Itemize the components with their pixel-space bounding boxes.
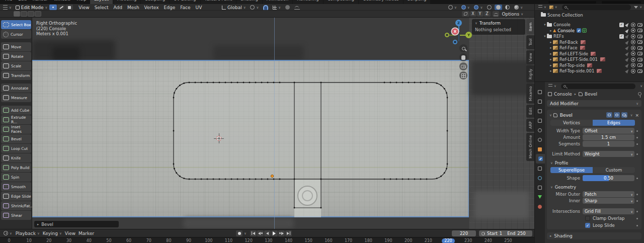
tool-inset-faces[interactable]: Inset Faces [1,125,31,134]
tool-bevel[interactable]: Bevel [1,134,31,143]
animate-dot[interactable] [636,225,638,226]
ruler-tick-150[interactable]: 150 [302,238,315,243]
outliner-row-refs[interactable]: ▾REFs✓ [535,34,644,40]
previous-keyframe-button[interactable] [257,230,264,236]
view-layer-tab-icon[interactable] [535,116,545,125]
operator-panel[interactable]: ▸ Bevel [34,221,119,227]
outliner-row-ref-face[interactable]: ▸Ref-Face [535,45,644,51]
frame-range-fields[interactable]: Start 1 End 250 [479,230,532,236]
gizmo-y-ball[interactable]: Y [465,32,472,38]
vertex-select-mode-button[interactable] [49,5,57,10]
mirror-x-button[interactable]: X [470,11,476,17]
selectable-icon[interactable] [625,57,630,62]
menu-face[interactable]: Face [178,5,193,10]
topbar-menu-file[interactable]: File [2,0,15,4]
select-mode-set-button[interactable] [14,11,20,17]
gizmo-y-neg-ball[interactable] [445,33,449,37]
selectable-icon[interactable] [625,34,630,39]
selectable-icon[interactable] [625,45,630,50]
tool-move[interactable]: Move [1,42,31,51]
render-tab-icon[interactable] [535,97,545,106]
falloff-button[interactable] [493,11,499,17]
pin-icon[interactable] [638,92,641,96]
scene-lights-dropdown[interactable]: ∨ [447,5,458,10]
3d-viewport[interactable]: Right Orthographic (220) Console Meters … [32,18,534,229]
ruler-tick-50[interactable]: 50 [102,238,115,243]
selectable-icon[interactable] [625,68,630,73]
inner-dropdown[interactable]: Sharp∨ [583,198,634,204]
overlays-dropdown[interactable]: ∨ [472,5,484,10]
ruler-tick-220[interactable]: 220 [442,238,455,243]
animate-dot[interactable] [636,178,638,179]
animate-dot[interactable] [636,211,638,212]
pivot-point-dropdown[interactable]: ∨ [249,5,260,10]
snap-settings-dropdown[interactable]: ∨ [271,5,282,10]
object-tab-icon[interactable] [535,144,545,154]
ruler-tick-90[interactable]: 90 [182,238,195,243]
workspace-tab-compositing[interactable]: Compositing [324,0,358,4]
next-keyframe-button[interactable] [278,230,285,236]
outliner-display-mode[interactable]: ∨ [537,5,548,10]
keying-dropdown[interactable]: ∨ [244,231,247,235]
tool-annotate[interactable]: Annotate [1,84,31,93]
disable-render-icon[interactable] [637,35,642,38]
ruler-tick-230[interactable]: 230 [462,238,475,243]
expand-icon[interactable]: ▸ [549,69,553,73]
hide-eye-icon[interactable] [631,46,635,50]
timeline-menu-marker[interactable]: Marker [78,231,94,236]
outliner-filter-dropdown[interactable]: ∨ [548,5,559,10]
hide-eye-icon[interactable] [631,28,635,33]
menu-mesh[interactable]: Mesh [125,5,142,10]
tool-cursor[interactable]: Cursor [1,30,31,39]
topbar-menu-window[interactable]: Window [51,0,74,4]
physics-tab-icon[interactable] [535,173,545,183]
ruler-tick-140[interactable]: 140 [282,238,295,243]
ruler-tick-250[interactable]: 250 [502,238,515,243]
pan-button[interactable] [459,53,467,61]
selectable-icon[interactable] [625,63,630,68]
animate-dot[interactable] [636,130,638,132]
display-render-toggle[interactable] [621,112,627,118]
sidebar-tab-tool[interactable]: Tool [526,35,534,49]
timeline-editor-type[interactable]: ∨ [2,230,14,236]
outliner-row-ref-top-side[interactable]: ▸Ref-Top-side [535,62,644,68]
object-data-tab-icon[interactable] [535,192,545,202]
outliner-row-console[interactable]: ▸▲Console▽ [535,28,644,34]
new-collection-button[interactable]: ∨ [639,5,642,9]
outliner-search-input[interactable] [562,5,631,10]
edge-select-mode-button[interactable] [57,5,65,10]
outliner-row-ref-back[interactable]: ▸Ref-Back [535,39,644,45]
disable-render-icon[interactable] [637,40,642,44]
tool-scale[interactable]: Scale [1,61,31,70]
filter-funnel-icon[interactable] [634,6,638,9]
sidebar-tab-rigify[interactable]: Rigify [526,65,534,83]
ruler-tick-40[interactable]: 40 [83,238,96,243]
select-mode-subtract-button[interactable] [28,11,34,17]
animate-dot[interactable] [636,137,638,138]
properties-editor-type[interactable]: ∨ [547,84,558,89]
expand-icon[interactable]: ▸ [549,40,553,44]
workspace-tab-modeling[interactable]: Modeling [113,0,141,4]
animate-dot[interactable] [636,218,638,219]
hide-eye-icon[interactable] [631,34,635,39]
sidebar-tab-arp[interactable]: ARP [526,119,534,132]
expand-icon[interactable]: ▸ [549,52,553,56]
disable-render-icon[interactable] [637,63,642,67]
display-editmode-toggle[interactable] [606,112,612,118]
profile-section-header[interactable]: ∨Profile [550,160,639,166]
ruler-tick-190[interactable]: 190 [382,238,395,243]
disable-render-icon[interactable] [637,29,642,32]
ruler-tick-160[interactable]: 160 [322,238,335,243]
menu-uv[interactable]: UV [193,5,205,10]
tool-extrude-r-[interactable]: Extrude R... [1,115,31,124]
ruler-tick-30[interactable]: 30 [62,238,75,243]
tool-shrink-fat-[interactable]: Shrink/Fat... [1,201,31,210]
camera-view-button[interactable] [459,62,467,70]
hide-eye-icon[interactable] [631,69,635,73]
menu-vertex[interactable]: Vertex [142,5,162,10]
perspective-toggle-button[interactable] [459,71,467,79]
display-realtime-toggle[interactable] [614,112,620,118]
hide-eye-icon[interactable] [631,23,635,27]
delete-modifier-button[interactable]: × [635,113,639,118]
hide-eye-icon[interactable] [631,40,635,44]
